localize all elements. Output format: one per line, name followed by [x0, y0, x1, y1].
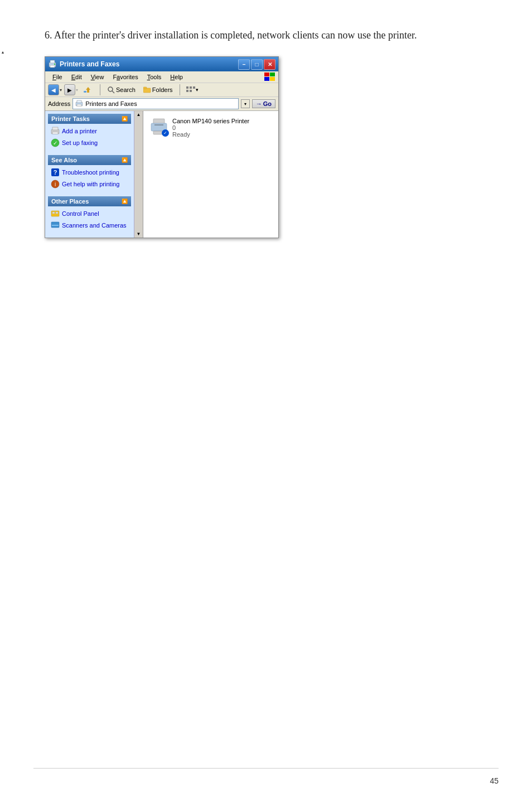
forward-button[interactable]: ▶ — [64, 84, 75, 95]
see-also-chevron: 🔼 — [122, 157, 128, 163]
sidebar-scroll: ▲ — [0, 50, 6, 54]
printer-info: Canon MP140 series Printer 0 Ready — [172, 118, 249, 138]
search-label: Search — [116, 86, 136, 93]
search-button[interactable]: Search — [104, 85, 138, 94]
minimize-button[interactable]: – — [238, 59, 250, 70]
menu-tools[interactable]: Tools — [143, 73, 166, 81]
scanners-icon — [51, 221, 60, 230]
titlebar-buttons: – □ ✕ — [238, 59, 275, 70]
menu-view[interactable]: View — [86, 73, 109, 81]
printer-icon-container: ✓ — [150, 118, 168, 136]
svg-rect-13 — [143, 87, 147, 89]
svg-rect-24 — [52, 132, 58, 134]
set-up-faxing-link[interactable]: ✓ Set up faxing — [49, 138, 130, 148]
scanners-link[interactable]: Scanners and Cameras — [49, 220, 130, 230]
troubleshoot-icon: ? — [51, 168, 60, 177]
sidebar: ▲ Printer Tasks 🔼 — [45, 111, 134, 238]
titlebar: Printers and Faxes – □ ✕ — [45, 57, 278, 71]
other-places-chevron: 🔼 — [122, 199, 128, 204]
back-dropdown[interactable]: ▾ — [60, 88, 62, 93]
svg-rect-21 — [77, 104, 81, 106]
get-help-link[interactable]: i Get help with printing — [49, 179, 130, 189]
toolbar-separator-1 — [100, 84, 100, 95]
scroll-up-arrow[interactable]: ▲ — [1, 50, 5, 54]
page-number: 45 — [490, 776, 499, 785]
page-content: 6. After the printer's driver installati… — [0, 0, 532, 272]
menu-edit[interactable]: Edit — [67, 73, 86, 81]
views-button[interactable]: ▾ — [184, 86, 201, 94]
printer-list: ✓ Canon MP140 series Printer 0 Ready — [148, 115, 274, 140]
addressbar: Address Printers and Faxes ▾ → Go — [45, 97, 278, 111]
footer-divider — [33, 768, 499, 769]
folders-button[interactable]: Folders — [141, 86, 176, 94]
address-dropdown[interactable]: ▾ — [241, 99, 250, 108]
toolbar: ◀ ▾ ▶ ▾ — [45, 83, 278, 97]
other-places-title: Other Places — [51, 198, 89, 205]
troubleshoot-link[interactable]: ? Troubleshoot printing — [49, 167, 130, 177]
folders-label: Folders — [152, 86, 173, 93]
sidebar-section-other-places: Other Places 🔼 Control Panel — [48, 196, 131, 233]
add-printer-label: Add a printer — [62, 128, 97, 134]
scanners-label: Scanners and Cameras — [62, 222, 127, 229]
content-scroll-up[interactable]: ▲ — [137, 111, 141, 117]
other-places-body: Control Panel Scanners and Cameras — [48, 206, 131, 233]
control-panel-link[interactable]: Control Panel — [49, 209, 130, 219]
up-icon — [84, 85, 93, 94]
up-button[interactable] — [80, 84, 96, 95]
svg-rect-18 — [190, 90, 192, 92]
svg-rect-17 — [186, 90, 188, 92]
printer-tasks-chevron: 🔼 — [122, 116, 128, 122]
menu-favorites[interactable]: Favorites — [108, 73, 142, 81]
views-icon — [186, 86, 195, 93]
troubleshoot-label: Troubleshoot printing — [62, 169, 119, 176]
close-button[interactable]: ✕ — [264, 59, 275, 70]
svg-rect-6 — [264, 77, 269, 81]
back-button[interactable]: ◀ — [48, 84, 59, 95]
add-printer-link[interactable]: Add a printer — [49, 126, 130, 136]
printer-tasks-title: Printer Tasks — [51, 115, 90, 122]
svg-rect-5 — [270, 73, 275, 76]
printer-name: Canon MP140 series Printer — [172, 118, 249, 124]
add-printer-icon — [51, 127, 60, 136]
step-text: 6. After the printer's driver installati… — [45, 28, 499, 43]
control-panel-label: Control Panel — [62, 210, 99, 217]
svg-point-3 — [54, 64, 55, 65]
content-scrollbar[interactable]: ▲ ▼ — [134, 111, 143, 238]
svg-rect-32 — [52, 212, 55, 214]
toolbar-separator-2 — [180, 84, 180, 95]
main-area: ▲ Printer Tasks 🔼 — [45, 111, 278, 238]
window-title: Printers and Faxes — [60, 60, 119, 68]
windows-flag-icon — [264, 73, 275, 81]
content-area: ▲ ▼ — [134, 111, 278, 238]
address-value: Printers and Faxes — [85, 100, 137, 107]
svg-rect-39 — [154, 124, 163, 125]
forward-dropdown[interactable]: ▾ — [76, 88, 78, 93]
go-label: Go — [263, 100, 272, 107]
svg-rect-15 — [190, 86, 192, 89]
svg-rect-2 — [50, 65, 55, 67]
svg-rect-4 — [264, 73, 269, 76]
maximize-button[interactable]: □ — [251, 59, 263, 70]
other-places-header[interactable]: Other Places 🔼 — [48, 196, 131, 206]
step-body: After the printer's driver installation … — [54, 30, 417, 41]
svg-text:i: i — [55, 181, 56, 187]
see-also-header[interactable]: See Also 🔼 — [48, 155, 131, 165]
go-button[interactable]: → Go — [252, 99, 275, 108]
svg-text:?: ? — [54, 169, 57, 176]
see-also-body: ? Troubleshoot printing i Get help with … — [48, 165, 131, 191]
svg-rect-35 — [52, 225, 59, 226]
see-also-title: See Also — [51, 157, 77, 163]
svg-rect-33 — [56, 212, 58, 214]
menu-help[interactable]: Help — [166, 73, 187, 81]
content-scroll-down[interactable]: ▼ — [137, 231, 141, 238]
window-icon — [48, 60, 57, 69]
titlebar-left: Printers and Faxes — [48, 60, 119, 69]
svg-line-11 — [112, 91, 114, 93]
views-arrow: ▾ — [196, 87, 199, 93]
check-overlay: ✓ — [162, 129, 169, 137]
address-box[interactable]: Printers and Faxes — [72, 98, 238, 109]
printer-tasks-header[interactable]: Printer Tasks 🔼 — [48, 114, 131, 124]
folders-icon — [143, 86, 151, 93]
control-panel-icon — [51, 209, 60, 218]
menu-file[interactable]: File — [48, 73, 67, 81]
